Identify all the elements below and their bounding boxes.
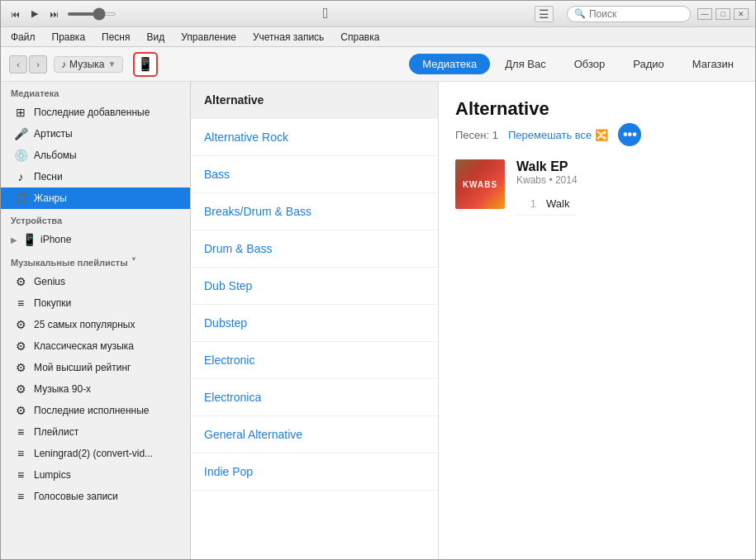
genre-item-electronic[interactable]: Electronic [191,342,438,379]
recent-icon: ⊞ [14,106,27,119]
device-button-container: 📱 [133,52,158,77]
tab-radio[interactable]: Радио [620,54,678,74]
sidebar-item-voice[interactable]: ≡ Голосовые записи [1,486,190,507]
menu-edit[interactable]: Правка [49,30,89,45]
menu-view[interactable]: Вид [144,30,169,45]
90s-label: Музыка 90-х [34,383,91,395]
purchases-label: Покупки [34,297,71,309]
recent2-label: Последние исполненные [34,405,150,416]
sidebar-item-artists[interactable]: 🎤 Артисты [1,123,190,145]
playlists-label: Музыкальные плейлисты [11,258,128,268]
track-list: 1 Walk [516,192,578,216]
shuffle-button[interactable]: Перемешать все 🔀 [508,129,608,141]
rewind-button[interactable]: ⏮ [7,7,23,21]
more-button[interactable]: ••• [618,123,641,146]
sidebar-item-playlist1[interactable]: ≡ Плейлист [1,421,190,443]
search-input[interactable] [589,8,683,20]
menu-song[interactable]: Песня [98,30,133,45]
genre-item-genalt[interactable]: General Alternative [191,416,438,453]
classical-icon: ⚙ [14,339,27,353]
title-bar: ⏮ ▶ ⏭  ☰ 🔍 — □ ✕ [1,1,755,27]
genre-item-alternative[interactable]: Alternative [191,82,438,119]
lumpics-icon: ≡ [14,468,27,482]
genre-item-altrock[interactable]: Alternative Rock [191,119,438,156]
genre-item-electronica[interactable]: Electronica [191,379,438,416]
sidebar-item-albums[interactable]: 💿 Альбомы [1,145,190,166]
sidebar-item-genres[interactable]: 🎵 Жанры [1,187,190,209]
menu-file[interactable]: Файл [7,30,39,45]
sidebar-item-90s[interactable]: ⚙ Музыка 90-х [1,378,190,400]
fastforward-button[interactable]: ⏭ [46,7,62,21]
top25-icon: ⚙ [14,318,27,331]
menu-controls[interactable]: Управление [178,30,240,45]
tab-foryou[interactable]: Для Вас [492,54,559,74]
music-note-icon: ♪ [61,59,66,70]
sidebar-songs-label: Песни [34,171,63,183]
sidebar-item-recent2[interactable]: ⚙ Последние исполненные [1,400,190,421]
menu-account[interactable]: Учетная запись [250,30,327,45]
album-artist: Kwabs [516,174,546,186]
genre-title: Alternative [455,98,739,120]
song-count: Песен: 1 [455,129,498,141]
sidebar-item-top25[interactable]: ⚙ 25 самых популярных [1,314,190,335]
albums-icon: 💿 [14,149,27,162]
toprated-icon: ⚙ [14,361,27,374]
expand-arrow-icon: ▶ [11,235,17,244]
classical-label: Классическая музыка [34,340,134,352]
breadcrumb: ♪ Музыка ▼ [54,56,123,73]
volume-slider[interactable] [67,12,116,16]
sidebar-artists-label: Артисты [34,128,73,140]
leningrad-icon: ≡ [14,447,27,460]
genius-label: Genius [34,276,65,287]
tab-browse[interactable]: Обзор [561,54,619,74]
search-box[interactable]: 🔍 [567,6,691,22]
genre-item-dubstep[interactable]: Dub Step [191,268,438,305]
genre-item-indiepop[interactable]: Indie Pop [191,453,438,491]
songs-icon: ♪ [14,170,27,183]
album-art-text: KWABS [463,180,497,189]
album-row: KWABS Walk EP Kwabs • 2014 1 Walk [455,159,739,216]
sidebar-item-toprated[interactable]: ⚙ Мой высший рейтинг [1,357,190,378]
genre-item-breaks[interactable]: Breaks/Drum & Bass [191,193,438,230]
device-button[interactable]: 📱 [133,52,158,77]
window-controls: — □ ✕ [697,8,749,20]
genre-item-dubstep2[interactable]: Dubstep [191,305,438,342]
close-button[interactable]: ✕ [734,8,749,20]
maximize-button[interactable]: □ [716,8,730,20]
tab-store[interactable]: Магазин [679,54,747,74]
genre-item-drum[interactable]: Drum & Bass [191,230,438,268]
genres-icon: 🎵 [14,192,27,205]
minimize-button[interactable]: — [697,8,712,20]
chevron-down-icon: ▼ [107,59,116,69]
menu-help[interactable]: Справка [337,30,383,45]
iphone-icon: 📱 [22,233,36,246]
list-view-icon[interactable]: ☰ [535,6,554,22]
sidebar-item-leningrad[interactable]: ≡ Leningrad(2) (convert-vid... [1,443,190,464]
genius-icon: ⚙ [14,275,27,288]
playlists-title[interactable]: Музыкальные плейлисты ˅ [1,250,190,271]
sidebar-item-iphone[interactable]: ▶ 📱 iPhone [1,229,190,250]
play-button[interactable]: ▶ [28,7,41,21]
nav-arrows: ‹ › [9,55,47,74]
breadcrumb-label: Музыка [69,59,104,70]
sidebar-item-recent[interactable]: ⊞ Последние добавленные [1,102,190,123]
sidebar-item-purchases[interactable]: ≡ Покупки [1,292,190,314]
transport-controls: ⏮ ▶ ⏭ [7,7,116,21]
forward-button[interactable]: › [29,55,47,74]
tab-library[interactable]: Медиатека [409,54,490,74]
sidebar-item-songs[interactable]: ♪ Песни [1,166,190,187]
table-row: 1 Walk [516,192,578,216]
sidebar-item-classical[interactable]: ⚙ Классическая музыка [1,335,190,357]
recent2-icon: ⚙ [14,404,27,417]
content-panel: Alternative Песен: 1 Перемешать все 🔀 ••… [439,82,755,560]
sidebar-genres-label: Жанры [34,192,67,204]
sidebar-item-genius[interactable]: ⚙ Genius [1,271,190,292]
genre-item-bass[interactable]: Bass [191,156,438,193]
album-title: Walk EP [516,159,578,174]
sidebar-item-lumpics[interactable]: ≡ Lumpics [1,464,190,486]
back-button[interactable]: ‹ [9,55,27,74]
lumpics-label: Lumpics [34,469,71,481]
apple-logo:  [323,5,329,22]
track-number: 1 [520,197,536,210]
track-name[interactable]: Walk [546,197,569,210]
